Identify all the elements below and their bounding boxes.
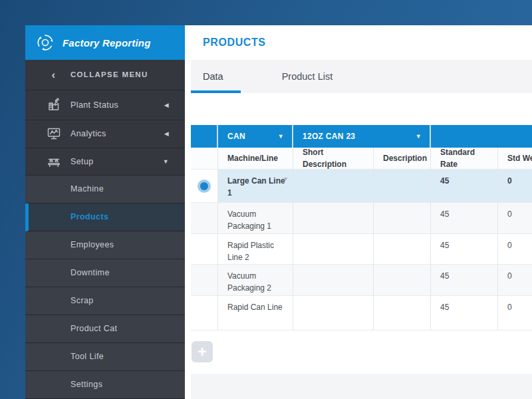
row-selector-cell[interactable] — [191, 170, 218, 203]
content-area: CAN ▼ 12OZ CAN 23 ▼ Machine/Line Short D… — [185, 93, 532, 374]
factory-icon — [45, 97, 63, 113]
sidebar-item-label: Tool Life — [70, 352, 104, 361]
sidebar-item-plant-status[interactable]: Plant Status ◀ — [25, 90, 185, 120]
table-header-row: Machine/Line Short Description Descripti… — [191, 148, 532, 170]
machine-cell[interactable]: Large Can Line 1 ▾ — [218, 170, 293, 203]
sidebar-item-label: Scrap — [70, 296, 94, 305]
header-selector — [191, 148, 218, 170]
sidebar-item-scrap[interactable]: Scrap — [25, 287, 185, 315]
description-cell[interactable] — [374, 203, 431, 234]
collapse-menu-label: COLLAPSE MENU — [70, 70, 148, 78]
caret-down-icon: ▼ — [278, 133, 284, 140]
tab-bar: Data Product List — [191, 60, 532, 93]
column-header: Standard Rate — [431, 148, 498, 170]
bottom-strip — [191, 374, 532, 399]
std-weight-cell[interactable]: 0 — [498, 234, 532, 265]
tab-label: Product List — [282, 71, 333, 82]
filter-spacer-cell — [431, 125, 532, 148]
sidebar: Factory Reporting ‹ COLLAPSE MENU Plant … — [25, 25, 185, 399]
radio-selected-icon[interactable] — [198, 180, 211, 193]
sidebar-item-label: Products — [70, 212, 108, 221]
machine-cell[interactable]: Rapid Plastic Line 2 — [218, 234, 293, 265]
caret-left-icon: ◀ — [164, 130, 169, 137]
column-header: Std Weight — [498, 148, 532, 170]
tab-data[interactable]: Data — [191, 60, 241, 93]
sidebar-item-employees[interactable]: Employees — [25, 231, 185, 259]
sidebar-item-settings[interactable]: Settings — [25, 371, 185, 399]
category-dropdown-value: CAN — [227, 132, 245, 141]
sidebar-item-tool-life[interactable]: Tool Life — [25, 343, 185, 371]
std-weight-cell[interactable]: 0 — [498, 296, 532, 331]
table-row[interactable]: Rapid Plastic Line 2 45 0 — [191, 234, 532, 265]
sidebar-item-label: Machine — [70, 184, 104, 194]
product-dropdown-value: 12OZ CAN 23 — [303, 132, 355, 141]
description-cell[interactable] — [374, 234, 431, 265]
standard-rate-cell[interactable]: 45 — [431, 265, 498, 296]
column-header: Short Description — [293, 148, 374, 170]
row-selector-cell[interactable] — [191, 234, 218, 265]
workbench-icon — [45, 154, 63, 170]
page-title: PRODUCTS — [203, 37, 266, 49]
row-selector-cell[interactable] — [191, 265, 218, 296]
table-row[interactable]: Rapid Can Line 45 0 — [191, 296, 532, 331]
standard-rate-cell[interactable]: 45 — [431, 203, 498, 234]
table-row[interactable]: Vacuum Packaging 2 45 0 — [191, 265, 532, 296]
machine-value: Large Can Line 1 — [227, 176, 285, 198]
description-cell[interactable] — [374, 265, 431, 296]
sidebar-item-machine[interactable]: Machine — [25, 176, 185, 203]
machine-cell[interactable]: Vacuum Packaging 2 — [218, 265, 293, 296]
brand-header: Factory Reporting — [25, 25, 185, 60]
caret-down-icon: ▼ — [163, 158, 169, 165]
product-dropdown[interactable]: 12OZ CAN 23 ▼ — [293, 125, 431, 148]
sidebar-item-setup[interactable]: Setup ▼ — [25, 148, 185, 176]
sidebar-item-label: Product Cat — [70, 324, 117, 333]
row-selector-cell[interactable] — [191, 296, 218, 331]
sidebar-item-products[interactable]: Products — [25, 203, 185, 231]
sidebar-item-label: Settings — [70, 380, 102, 389]
description-cell[interactable] — [374, 296, 431, 331]
collapse-menu-button[interactable]: ‹ COLLAPSE MENU — [25, 60, 185, 90]
sidebar-item-label: Downtime — [70, 268, 110, 277]
sidebar-item-label: Analytics — [70, 129, 106, 138]
description-cell[interactable] — [374, 170, 431, 203]
caret-left-icon: ◀ — [164, 102, 169, 108]
standard-rate-cell[interactable]: 45 — [431, 234, 498, 265]
short-description-cell[interactable] — [293, 296, 374, 331]
tab-product-list[interactable]: Product List — [270, 60, 345, 93]
table-filter-row: CAN ▼ 12OZ CAN 23 ▼ — [191, 125, 532, 148]
standard-rate-cell[interactable]: 45 — [431, 170, 498, 203]
table-row[interactable]: Vacuum Packaging 1 45 0 — [191, 203, 532, 234]
column-header: Machine/Line — [218, 148, 293, 170]
table-row[interactable]: Large Can Line 1 ▾ 45 0 — [191, 170, 532, 203]
std-weight-cell[interactable]: 0 — [498, 265, 532, 296]
caret-down-icon: ▼ — [416, 133, 422, 140]
column-header: Description — [374, 148, 431, 170]
brand-title: Factory Reporting — [63, 37, 151, 49]
sidebar-item-analytics[interactable]: Analytics ◀ — [25, 120, 185, 148]
factory-reporting-logo-icon — [37, 34, 54, 51]
category-dropdown[interactable]: CAN ▼ — [218, 125, 293, 148]
monitor-chart-icon — [45, 126, 63, 142]
page-header: PRODUCTS — [185, 25, 532, 60]
sidebar-item-label: Employees — [70, 240, 114, 249]
chevron-left-icon: ‹ — [45, 69, 63, 80]
std-weight-cell[interactable]: 0 — [498, 170, 532, 203]
standard-rate-cell[interactable]: 45 — [431, 296, 498, 331]
filter-selector-cell — [191, 125, 218, 148]
machine-cell[interactable]: Rapid Can Line — [218, 296, 293, 331]
main-content: PRODUCTS Data Product List CAN ▼ 12OZ CA… — [185, 25, 532, 399]
sidebar-item-label: Plant Status — [70, 100, 118, 110]
machine-cell[interactable]: Vacuum Packaging 1 — [218, 203, 293, 234]
std-weight-cell[interactable]: 0 — [498, 203, 532, 234]
tab-label: Data — [203, 71, 223, 82]
row-selector-cell[interactable] — [191, 203, 218, 234]
short-description-cell[interactable] — [293, 234, 374, 265]
sidebar-item-downtime[interactable]: Downtime — [25, 259, 185, 287]
add-row-button[interactable]: + — [192, 341, 213, 362]
short-description-cell[interactable] — [293, 265, 374, 296]
sidebar-item-product-cat[interactable]: Product Cat — [25, 315, 185, 343]
short-description-cell[interactable] — [293, 170, 374, 203]
app-window: Factory Reporting ‹ COLLAPSE MENU Plant … — [25, 25, 532, 399]
short-description-cell[interactable] — [293, 203, 374, 234]
sidebar-item-label: Setup — [70, 157, 94, 166]
